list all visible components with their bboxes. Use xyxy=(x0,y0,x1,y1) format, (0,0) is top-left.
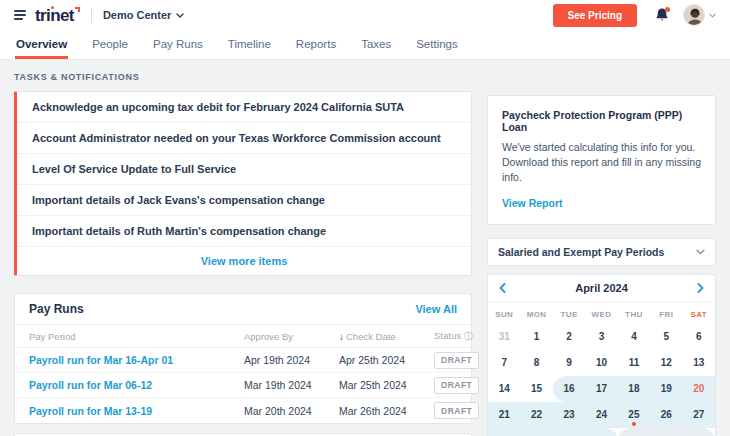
view-more-items-link[interactable]: View more items xyxy=(17,247,471,275)
trinet-logo[interactable]: trinet xyxy=(35,7,80,24)
chevron-down-icon xyxy=(709,13,716,18)
see-pricing-button[interactable]: See Pricing xyxy=(553,4,637,27)
account-switcher[interactable]: Demo Center xyxy=(103,9,184,21)
calendar-day[interactable]: 25 xyxy=(618,402,650,428)
calendar-day[interactable]: 1 xyxy=(585,428,617,436)
pay-run-link[interactable]: Payroll run for Mar 06-12 xyxy=(29,379,244,391)
calendar-day[interactable]: 31 xyxy=(488,324,520,350)
pay-runs-table-body: Payroll run for Mar 16-Apr 01Apr 19th 20… xyxy=(15,348,471,423)
check-date-value: Mar 26th 2024 xyxy=(339,405,434,417)
column-approve-by[interactable]: Approve By xyxy=(244,331,339,342)
notification-item[interactable]: Acknowledge an upcoming tax debit for Fe… xyxy=(17,92,471,123)
pay-runs-table-header: Pay Period Approve By ↓Check Date Status… xyxy=(15,325,471,348)
calendar-nav: April 2024 xyxy=(488,275,715,302)
calendar-prev-month-icon[interactable] xyxy=(499,283,506,293)
calendar-day[interactable]: 2 xyxy=(618,428,650,436)
notification-item[interactable]: Account Administrator needed on your Tex… xyxy=(17,123,471,154)
approve-by-value: Mar 20th 2024 xyxy=(244,405,339,417)
hamburger-menu-icon[interactable] xyxy=(14,10,26,20)
notifications-card: Acknowledge an upcoming tax debit for Fe… xyxy=(14,91,472,276)
status-badge: DRAFT xyxy=(434,352,479,369)
view-all-link[interactable]: View All xyxy=(415,303,457,315)
calendar-day[interactable]: 8 xyxy=(520,350,552,376)
day-header-mon: MON xyxy=(520,310,552,319)
calendar-day[interactable]: 17 xyxy=(585,376,617,402)
view-report-link[interactable]: View Report xyxy=(502,197,563,209)
status-cell: DRAFT xyxy=(434,402,479,419)
pay-run-row: Payroll run for Mar 13-19Mar 20th 2024Ma… xyxy=(15,398,471,423)
calendar-week: 14151617181920 xyxy=(488,376,715,402)
calendar-day[interactable]: 3 xyxy=(650,428,682,436)
calendar-day[interactable]: 23 xyxy=(553,402,585,428)
tab-overview[interactable]: Overview xyxy=(15,30,68,59)
calendar-day[interactable]: 6 xyxy=(683,324,715,350)
calendar-day[interactable]: 29 xyxy=(520,428,552,436)
calendar-day[interactable]: 3 xyxy=(585,324,617,350)
notifications-bell-icon[interactable] xyxy=(655,7,669,23)
column-check-date[interactable]: ↓Check Date xyxy=(339,331,434,342)
calendar-day[interactable]: 9 xyxy=(553,350,585,376)
day-header-fri: FRI xyxy=(650,310,682,319)
day-header-sun: SUN xyxy=(488,310,520,319)
calendar-day[interactable]: 15 xyxy=(520,376,552,402)
tab-people[interactable]: People xyxy=(91,30,129,59)
status-cell: DRAFT xyxy=(434,352,479,369)
calendar-day[interactable]: 11 xyxy=(618,350,650,376)
header-divider xyxy=(91,8,92,23)
notifications-list: Acknowledge an upcoming tax debit for Fe… xyxy=(17,92,471,247)
tab-pay-runs[interactable]: Pay Runs xyxy=(152,30,204,59)
day-header-sat: SAT xyxy=(683,310,715,319)
calendar-day[interactable]: 26 xyxy=(650,402,682,428)
notification-item[interactable]: Level Of Service Update to Full Service xyxy=(17,154,471,185)
column-pay-period[interactable]: Pay Period xyxy=(29,331,244,342)
approve-by-value: Mar 19th 2024 xyxy=(244,379,339,391)
calendar-day[interactable]: 10 xyxy=(585,350,617,376)
pay-runs-title: Pay Runs xyxy=(29,302,84,316)
sort-descending-icon: ↓ xyxy=(339,331,344,342)
calendar-day[interactable]: 21 xyxy=(488,402,520,428)
calendar-day[interactable]: 12 xyxy=(650,350,682,376)
notification-badge-dot xyxy=(665,7,670,12)
calendar-day[interactable]: 1 xyxy=(520,324,552,350)
calendar-day[interactable]: 20 xyxy=(683,376,715,402)
calendar-day[interactable]: 4 xyxy=(618,324,650,350)
calendar-day[interactable]: 16 xyxy=(553,376,585,402)
tab-reports[interactable]: Reports xyxy=(295,30,337,59)
calendar-day[interactable]: 19 xyxy=(650,376,682,402)
pay-run-link[interactable]: Payroll run for Mar 13-19 xyxy=(29,405,244,417)
calendar-day[interactable]: 28 xyxy=(488,428,520,436)
pay-run-row: Payroll run for Mar 06-12Mar 19th 2024Ma… xyxy=(15,373,471,398)
tab-settings[interactable]: Settings xyxy=(415,30,459,59)
notification-item[interactable]: Important details of Ruth Martin's compe… xyxy=(17,216,471,247)
notification-item[interactable]: Important details of Jack Evans's compen… xyxy=(17,185,471,216)
pay-period-selector[interactable]: Salaried and Exempt Pay Periods xyxy=(487,238,716,266)
calendar-next-month-icon[interactable] xyxy=(697,283,704,293)
calendar-day[interactable]: 14 xyxy=(488,376,520,402)
calendar-day[interactable]: 24 xyxy=(585,402,617,428)
tab-taxes[interactable]: Taxes xyxy=(360,30,392,59)
calendar-day[interactable]: 4 xyxy=(683,428,715,436)
calendar-day[interactable]: 27 xyxy=(683,402,715,428)
calendar-day[interactable]: 2 xyxy=(553,324,585,350)
calendar-day[interactable]: 22 xyxy=(520,402,552,428)
tasks-section-title: TASKS & NOTIFICATIONS xyxy=(14,72,472,82)
calendar-day[interactable]: 7 xyxy=(488,350,520,376)
calendar-week: 2829301234 xyxy=(488,428,715,436)
nav-tabs: OverviewPeoplePay RunsTimelineReportsTax… xyxy=(0,30,730,60)
calendar-month-label: April 2024 xyxy=(575,282,628,294)
user-menu[interactable] xyxy=(683,4,716,26)
calendar-day[interactable]: 30 xyxy=(553,428,585,436)
calendar-day-headers: SUNMONTUEWEDTHUFRISAT xyxy=(488,302,715,324)
tab-timeline[interactable]: Timeline xyxy=(227,30,272,59)
logo-corner-mark-icon xyxy=(75,7,80,12)
calendar-card: April 2024 SUNMONTUEWEDTHUFRISAT 3112345… xyxy=(487,274,716,436)
ppp-loan-body: We've started calculating this info for … xyxy=(502,140,701,186)
pay-run-link[interactable]: Payroll run for Mar 16-Apr 01 xyxy=(29,354,244,366)
column-status[interactable]: Statusⓘ xyxy=(434,330,473,343)
day-header-thu: THU xyxy=(618,310,650,319)
calendar-day[interactable]: 13 xyxy=(683,350,715,376)
chevron-down-icon xyxy=(696,249,705,255)
calendar-day[interactable]: 5 xyxy=(650,324,682,350)
calendar-week: 21222324252627 xyxy=(488,402,715,428)
calendar-day[interactable]: 18 xyxy=(618,376,650,402)
